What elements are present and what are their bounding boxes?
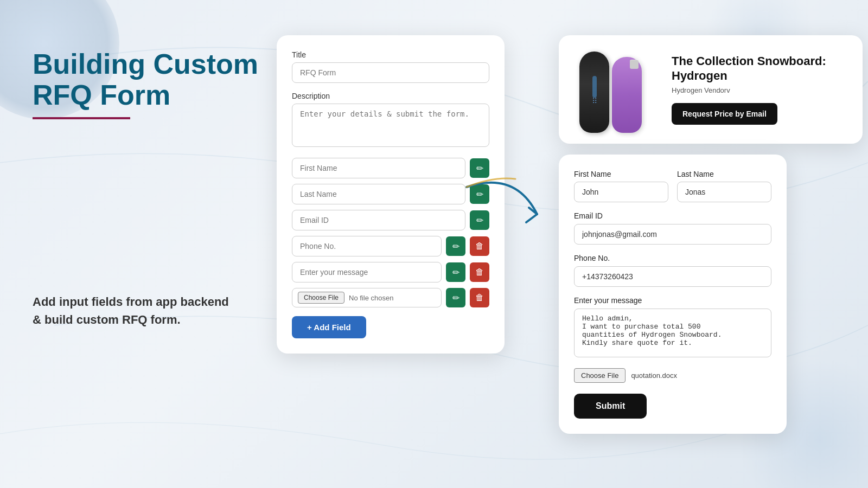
rfq-email-group: Email ID [574,211,771,245]
rfq-file-name: quotation.docx [631,371,677,380]
rfq-message-textarea[interactable]: Hello admin, I want to purchase total 50… [574,309,771,357]
edit-icon: ✏ [476,163,483,174]
snowboard-binding [630,60,639,69]
delete-icon: 🗑 [475,267,484,277]
field-row-message: ✏ 🗑 [292,262,489,282]
field-row-lastname: ✏ [292,184,489,204]
product-info: The Collection Snowboard: Hydrogen Hydro… [666,54,847,125]
arrow-decoration [461,176,548,230]
no-file-text: No file chosen [349,294,393,302]
field-row-file: Choose File No file chosen ✏ 🗑 [292,288,489,307]
rfq-message-group: Enter your message Hello admin, I want t… [574,296,771,359]
edit-phone-button[interactable]: ✏ [446,236,465,256]
description-field-group: Description [292,92,489,149]
page-title: Building Custom RFQ Form [33,49,260,111]
field-row-email: ✏ [292,210,489,230]
rfq-phone-group: Phone No. [574,253,771,287]
message-field-input[interactable] [292,262,442,282]
request-price-button[interactable]: Request Price by Email [672,103,777,125]
rfq-lastname-group: Last Name [677,170,771,202]
form-builder-section: Title Description ✏ ✏ [277,35,505,354]
edit-firstname-button[interactable]: ✏ [470,158,489,178]
choose-file-button[interactable]: Choose File [298,292,344,304]
rfq-phone-input[interactable] [574,266,771,287]
delete-file-button[interactable]: 🗑 [470,288,489,307]
rfq-form-card: First Name Last Name Email ID Phone No. [559,155,787,434]
product-title: The Collection Snowboard: Hydrogen [672,54,847,83]
snowboard-purple [612,57,642,133]
main-container: Building Custom RFQ Form Add input field… [0,0,868,488]
phone-field-input[interactable] [292,236,442,256]
rfq-phone-label: Phone No. [574,254,610,262]
edit-message-button[interactable]: ✏ [446,262,465,282]
delete-phone-button[interactable]: 🗑 [470,236,489,256]
left-section: Building Custom RFQ Form Add input field… [33,33,260,329]
rfq-lastname-label: Last Name [677,170,771,178]
rfq-submit-button[interactable]: Submit [574,394,647,419]
field-row-phone: ✏ 🗑 [292,236,489,256]
title-label: Title [292,50,489,59]
edit-icon: ✏ [452,267,459,278]
title-input[interactable] [292,62,489,83]
right-section: The Collection Snowboard: Hydrogen Hydro… [559,35,863,434]
edit-icon: ✏ [452,241,459,252]
title-underline [33,117,130,119]
rfq-lastname-input[interactable] [677,182,771,202]
delete-icon: 🗑 [475,293,484,303]
rfq-file-row: Choose File quotation.docx [574,368,771,383]
snowboard-dark [579,52,609,133]
left-description-area: Add input fields from app backend & buil… [33,293,260,329]
product-images [574,46,666,133]
file-field-display: Choose File No file chosen [292,288,442,307]
rfq-message-label: Enter your message [574,296,642,305]
rfq-email-label: Email ID [574,211,603,220]
description-textarea[interactable] [292,104,489,147]
firstname-field-input[interactable] [292,158,465,178]
add-field-button[interactable]: + Add Field [292,316,366,338]
rfq-name-row: First Name Last Name [574,170,771,202]
field-row-firstname: ✏ [292,158,489,178]
edit-icon: ✏ [452,293,459,303]
lastname-field-input[interactable] [292,184,465,204]
rfq-email-input[interactable] [574,224,771,245]
edit-file-button[interactable]: ✏ [446,288,465,307]
title-field-group: Title [292,50,489,83]
rfq-firstname-label: First Name [574,170,668,178]
rfq-firstname-input[interactable] [574,182,668,202]
product-vendor: Hydrogen Vendorv [672,86,847,94]
email-field-input[interactable] [292,210,465,230]
description-label: Description [292,92,489,100]
product-card: The Collection Snowboard: Hydrogen Hydro… [559,35,863,144]
rfq-firstname-group: First Name [574,170,668,202]
rfq-choose-file-button[interactable]: Choose File [574,368,626,383]
delete-icon: 🗑 [475,241,484,251]
description-text: Add input fields from app backend & buil… [33,293,260,329]
delete-message-button[interactable]: 🗑 [470,262,489,282]
